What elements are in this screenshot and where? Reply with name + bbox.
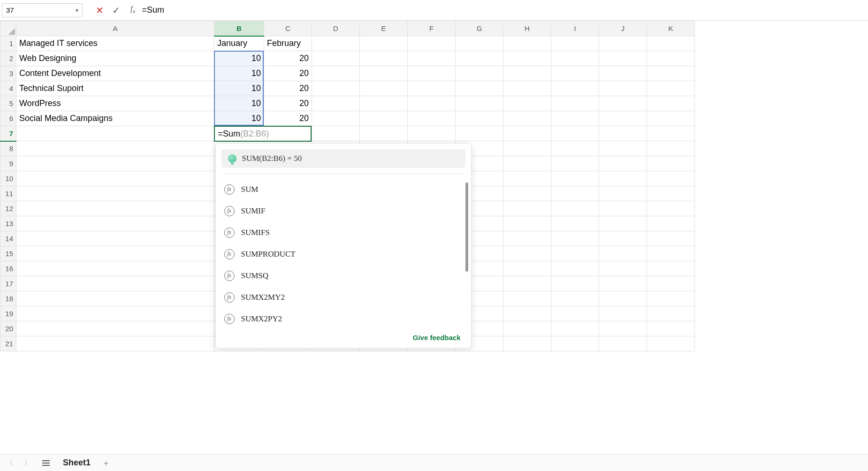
scrollbar-thumb[interactable] [465,182,468,272]
chevron-down-icon[interactable]: ▾ [72,7,78,14]
cell[interactable] [551,66,599,81]
cell[interactable] [551,81,599,96]
confirm-icon[interactable]: ✓ [110,5,122,16]
cell[interactable] [599,336,647,351]
cell[interactable] [599,51,647,66]
cell[interactable] [503,306,551,321]
cell[interactable] [599,96,647,111]
cell[interactable] [16,141,214,156]
cell[interactable] [16,276,214,291]
column-header[interactable]: I [551,21,599,36]
cell[interactable] [16,186,214,201]
cell[interactable] [503,336,551,351]
row-header[interactable]: 21 [0,336,16,351]
row-header[interactable]: 18 [0,291,16,306]
row-header[interactable]: 15 [0,246,16,261]
cell[interactable]: 10 [214,96,264,111]
cell[interactable]: 20 [264,81,312,96]
cell[interactable] [647,156,695,171]
row-header[interactable]: 19 [0,306,16,321]
cell[interactable] [647,276,695,291]
row-header[interactable]: 3 [0,66,16,81]
cell[interactable] [599,36,647,51]
cell[interactable] [360,81,408,96]
cell[interactable] [599,186,647,201]
cell[interactable] [551,201,599,216]
cell[interactable] [551,171,599,186]
column-header[interactable]: J [599,21,647,36]
autocomplete-item[interactable]: fxSUMX2MY2 [216,287,471,308]
cell[interactable]: 10 [214,51,264,66]
cell[interactable] [647,171,695,186]
cell[interactable] [503,276,551,291]
cell[interactable] [551,276,599,291]
cell[interactable] [647,201,695,216]
cell[interactable] [599,246,647,261]
cell[interactable] [599,276,647,291]
cell[interactable] [647,126,695,141]
cell[interactable] [456,51,503,66]
cell[interactable] [647,306,695,321]
cell[interactable] [599,321,647,336]
cancel-icon[interactable]: ✕ [94,5,106,16]
cell[interactable] [599,156,647,171]
cell[interactable] [360,66,408,81]
cell[interactable] [360,36,408,51]
cell[interactable] [503,201,551,216]
cell[interactable] [312,36,360,51]
cell[interactable]: 20 [264,111,312,126]
cell[interactable] [408,81,456,96]
cell[interactable] [647,231,695,246]
cell[interactable] [551,246,599,261]
select-all-corner[interactable] [0,21,16,36]
autocomplete-item[interactable]: fxSUMSQ [216,265,471,287]
cell[interactable] [408,66,456,81]
cell[interactable] [599,66,647,81]
cell[interactable] [551,321,599,336]
cell[interactable] [551,216,599,231]
name-box[interactable]: ▾ [2,3,83,17]
cell[interactable]: Content Development [16,66,214,81]
cell[interactable]: Technical Supoirt [16,81,214,96]
column-header[interactable]: F [408,21,456,36]
cell[interactable] [599,141,647,156]
cell[interactable] [551,336,599,351]
cell[interactable] [503,51,551,66]
row-header[interactable]: 11 [0,186,16,201]
column-header[interactable]: B [214,21,264,36]
cell[interactable]: Managed IT services [16,36,214,51]
cell[interactable] [647,36,695,51]
cell[interactable] [599,201,647,216]
cell[interactable]: Web Designing [16,51,214,66]
column-header[interactable]: A [16,21,214,36]
cell[interactable] [456,81,503,96]
cell[interactable] [408,111,456,126]
cell[interactable] [16,216,214,231]
cell[interactable] [16,231,214,246]
cell[interactable] [647,51,695,66]
cell[interactable]: February [264,36,312,51]
cell[interactable] [503,171,551,186]
cell[interactable] [503,111,551,126]
cell[interactable]: 10 [214,81,264,96]
cell[interactable] [16,291,214,306]
row-header[interactable]: 9 [0,156,16,171]
cell[interactable]: WordPress [16,96,214,111]
cell[interactable] [16,336,214,351]
cell[interactable]: 20 [264,51,312,66]
cell[interactable] [456,66,503,81]
cell[interactable] [16,171,214,186]
autocomplete-item[interactable]: fxSUMX2PY2 [216,308,471,330]
cell[interactable]: Social Media Campaigns [16,111,214,126]
cell[interactable] [647,186,695,201]
cell[interactable] [551,291,599,306]
cell[interactable] [312,111,360,126]
cell[interactable] [16,261,214,276]
cell[interactable] [408,96,456,111]
cell[interactable] [456,96,503,111]
cell[interactable] [16,321,214,336]
cell[interactable] [551,36,599,51]
cell[interactable] [503,96,551,111]
cell[interactable] [551,306,599,321]
cell[interactable] [360,111,408,126]
